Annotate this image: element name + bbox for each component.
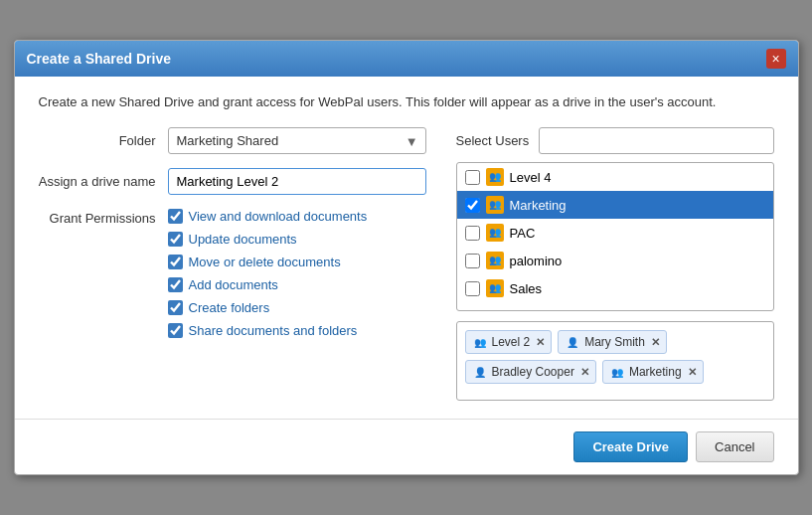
perm-checkbox-5[interactable] [168,300,183,315]
perm-item-1: View and download documents [168,209,368,224]
group-icon-pac: 👥 [486,224,504,242]
left-column: Folder Marketing Shared ▼ Assign a drive… [39,127,426,401]
list-item-sales[interactable]: 👥 Sales [457,274,773,302]
remove-tag-marketing-sel[interactable]: ✕ [688,366,697,379]
perm-item-2: Update documents [168,232,368,247]
tag-marketing-sel: 👥 Marketing ✕ [602,360,704,384]
tag-icon-marketing-sel: 👥 [609,364,625,380]
list-checkbox-marketing[interactable] [465,198,480,213]
folder-select-wrapper: Marketing Shared ▼ [168,127,426,154]
list-item-level4[interactable]: 👥 Level 4 [457,163,773,191]
tag-icon-marysmith: 👤 [565,334,580,350]
dialog-body: Create a new Shared Drive and grant acce… [15,77,798,419]
perm-checkbox-2[interactable] [168,232,183,247]
list-label-level4: Level 4 [510,170,552,185]
perm-checkbox-1[interactable] [168,209,183,224]
permissions-label: Grant Permissions [39,209,168,226]
list-checkbox-palomino[interactable] [465,254,480,268]
drive-name-row: Assign a drive name [39,168,426,195]
tag-marysmith: 👤 Mary Smith ✕ [558,330,667,354]
dialog-footer: Create Drive Cancel [15,419,798,474]
create-shared-drive-dialog: Create a Shared Drive × Create a new Sha… [14,40,799,475]
tag-icon-bradley: 👤 [472,364,488,380]
folder-row: Folder Marketing Shared ▼ [39,127,426,154]
close-button[interactable]: × [766,49,786,69]
remove-tag-marysmith[interactable]: ✕ [651,336,660,349]
tag-icon-level2: 👥 [472,334,488,350]
list-item-pac[interactable]: 👥 PAC [457,219,773,247]
perm-checkbox-4[interactable] [168,277,183,292]
content-row: Folder Marketing Shared ▼ Assign a drive… [39,127,774,401]
list-checkbox-sales[interactable] [465,281,480,296]
drive-name-label: Assign a drive name [39,174,168,189]
select-users-input[interactable] [539,127,773,154]
list-label-sales: Sales [510,281,543,296]
perm-item-5: Create folders [168,300,368,315]
tag-label-level2: Level 2 [492,335,531,349]
folder-select[interactable]: Marketing Shared [168,127,426,154]
perm-label-6[interactable]: Share documents and folders [189,323,358,338]
perm-label-2[interactable]: Update documents [189,232,297,247]
perm-label-1[interactable]: View and download documents [189,209,368,224]
group-icon-sales: 👥 [486,279,504,297]
group-icon-marketing: 👥 [486,196,504,214]
perm-item-3: Move or delete documents [168,255,368,269]
dialog-titlebar: Create a Shared Drive × [15,41,798,77]
right-column: Select Users 👥 Level 4 👥 Marketing [456,127,774,401]
user-list-box: 👥 Level 4 👥 Marketing 👥 PAC [456,162,774,311]
tag-bradley: 👤 Bradley Cooper ✕ [465,360,596,384]
remove-tag-level2[interactable]: ✕ [536,336,545,349]
perm-item-6: Share documents and folders [168,323,368,338]
list-checkbox-pac[interactable] [465,226,480,241]
group-icon-palomino: 👥 [486,252,504,269]
selected-tags-box: 👥 Level 2 ✕ 👤 Mary Smith ✕ 👤 Bradley Coo… [456,321,774,401]
drive-name-input[interactable] [168,168,426,195]
tag-label-bradley: Bradley Cooper [492,365,574,379]
select-users-row: Select Users [456,127,774,154]
cancel-button[interactable]: Cancel [696,431,773,462]
list-label-pac: PAC [510,226,536,241]
perm-label-4[interactable]: Add documents [189,277,278,292]
perm-checkbox-6[interactable] [168,323,183,338]
tag-label-marysmith: Mary Smith [584,335,645,349]
list-item-palomino[interactable]: 👥 palomino [457,247,773,274]
select-users-label: Select Users [456,133,530,148]
folder-label: Folder [39,133,168,148]
perm-label-3[interactable]: Move or delete documents [189,255,341,269]
tag-label-marketing-sel: Marketing [629,365,682,379]
permissions-section: Grant Permissions View and download docu… [39,209,426,338]
create-drive-button[interactable]: Create Drive [573,431,688,462]
list-label-marketing: Marketing [510,198,567,213]
perm-label-5[interactable]: Create folders [189,300,270,315]
list-item-marketing[interactable]: 👥 Marketing [457,191,773,219]
intro-text: Create a new Shared Drive and grant acce… [39,94,774,109]
permissions-list: View and download documents Update docum… [168,209,368,338]
list-label-palomino: palomino [510,254,563,268]
tag-level2: 👥 Level 2 ✕ [465,330,553,354]
list-checkbox-level4[interactable] [465,170,480,185]
perm-checkbox-3[interactable] [168,255,183,269]
group-icon-level4: 👥 [486,168,504,186]
dialog-title: Create a Shared Drive [27,51,172,67]
remove-tag-bradley[interactable]: ✕ [580,366,589,379]
perm-item-4: Add documents [168,277,368,292]
